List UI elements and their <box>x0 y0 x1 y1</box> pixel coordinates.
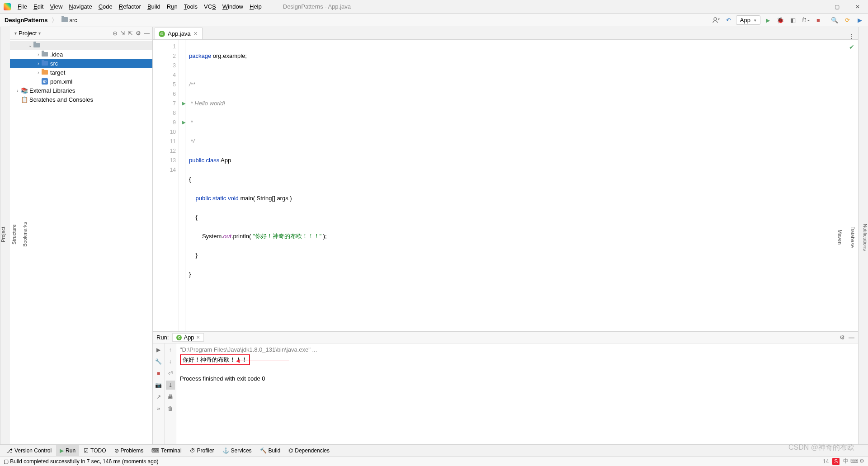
console-actions-column: ↑ ↓ ⏎ ⤓ 🖶 🗑 <box>165 344 176 444</box>
tree-external-libraries[interactable]: ›📚External Libraries <box>10 86 152 95</box>
menu-code[interactable]: Code <box>95 0 116 13</box>
status-bar: ▢ Build completed successfully in 7 sec,… <box>0 456 868 466</box>
status-extra: 中 ⌨ ⚙ <box>843 457 864 465</box>
project-panel: ▾ Project ▾ ⊕ ⇲ ⇱ ⚙ — ⌄ ›.idea ›src ›tar… <box>10 27 153 444</box>
menu-build[interactable]: Build <box>144 0 164 13</box>
stop-button[interactable]: ■ <box>813 15 824 26</box>
add-user-icon[interactable]: ▾ <box>711 15 722 26</box>
maximize-button[interactable]: ▢ <box>826 0 847 14</box>
fold-strip[interactable] <box>179 40 185 331</box>
project-tool-button[interactable]: Project <box>0 226 6 242</box>
tab-build[interactable]: 🔨Build <box>256 445 284 456</box>
project-tree[interactable]: ⌄ ›.idea ›src ›target mpom.xml ›📚Externa… <box>10 40 152 444</box>
tab-profiler[interactable]: ⏱Profiler <box>186 445 218 456</box>
code-area[interactable]: package org.example; /** * Hello world! … <box>185 40 858 331</box>
run-tool-window: Run: C App ✕ ⚙ — ▶ 🔧 ■ 📷 ↗ » <box>153 331 858 444</box>
tab-run[interactable]: ▶Run <box>56 445 79 456</box>
profile-button[interactable]: ⏱▾ <box>800 15 811 26</box>
menu-tools[interactable]: Tools <box>181 0 201 13</box>
panel-chevron-icon[interactable]: ▾ <box>14 31 17 36</box>
exit-icon[interactable]: ↗ <box>154 392 163 401</box>
dump-threads-icon[interactable]: 📷 <box>154 381 163 390</box>
chevron-right-icon: 〉 <box>52 16 57 24</box>
expand-all-icon[interactable]: ⇲ <box>120 30 125 37</box>
clear-icon[interactable]: 🗑 <box>166 404 175 413</box>
run-anything-icon[interactable]: ▶ <box>854 15 865 26</box>
tree-idea-folder[interactable]: ›.idea <box>10 50 152 59</box>
panel-hide-icon[interactable]: — <box>144 30 150 37</box>
run-config-tab[interactable]: C App ✕ <box>172 333 203 342</box>
back-arrow-icon[interactable]: ↶ <box>723 15 734 26</box>
tree-target-folder[interactable]: ›target <box>10 68 152 77</box>
tab-dependencies[interactable]: ⌬Dependencies <box>285 445 333 456</box>
down-arrow-icon[interactable]: ↓ <box>166 357 175 366</box>
tab-version-control[interactable]: ⎇Version Control <box>3 445 55 456</box>
tree-src-folder[interactable]: ›src <box>10 59 152 68</box>
menu-window[interactable]: Window <box>219 0 246 13</box>
tab-close-icon[interactable]: ✕ <box>193 31 198 37</box>
search-icon[interactable]: 🔍 <box>829 15 840 26</box>
close-icon[interactable]: ✕ <box>196 335 200 340</box>
menu-bar: File Edit View Navigate Code Refactor Bu… <box>0 0 868 14</box>
menu-run[interactable]: Run <box>164 0 181 13</box>
tab-services[interactable]: ⚓Services <box>219 445 255 456</box>
menu-view[interactable]: View <box>47 0 66 13</box>
menu-vcs[interactable]: VCS <box>201 0 219 13</box>
run-hide-icon[interactable]: — <box>849 334 854 341</box>
coverage-button[interactable]: ◧ <box>788 15 798 26</box>
debug-button[interactable]: 🐞 <box>775 15 786 26</box>
tree-project-root[interactable]: ⌄ <box>10 41 152 50</box>
panel-view-mode-chevron[interactable]: ▾ <box>38 31 41 36</box>
run-configuration-selector[interactable]: App <box>736 15 760 25</box>
breadcrumb[interactable]: DesignPatterns 〉 src <box>3 16 79 24</box>
run-settings-icon[interactable]: ⚙ <box>840 334 845 341</box>
run-actions-column: ▶ 🔧 ■ 📷 ↗ » <box>153 344 165 444</box>
run-button[interactable]: ▶ <box>762 15 773 26</box>
console-output[interactable]: "D:\Program Files\Java\jdk1.8.0_131\bin\… <box>176 344 858 444</box>
bookmarks-tool-button[interactable]: Bookmarks <box>22 222 28 247</box>
tab-todo[interactable]: ☑TODO <box>80 445 109 456</box>
menu-refactor[interactable]: Refactor <box>116 0 144 13</box>
menu-help[interactable]: Help <box>246 0 265 13</box>
class-icon: C <box>159 31 165 37</box>
more-icon[interactable]: » <box>154 404 163 413</box>
class-icon: C <box>176 335 182 340</box>
left-tool-stripe: Project Structure Bookmarks <box>0 27 10 444</box>
editor-body: 1 2 3 4 5 6 7▶ 8 9▶ 10 11 12 13 14 packa… <box>153 40 858 331</box>
tree-scratches[interactable]: 📋Scratches and Consoles <box>10 95 152 104</box>
tab-terminal[interactable]: ⌨Terminal <box>148 445 185 456</box>
console-exit-line: Process finished with exit code 0 <box>180 374 854 383</box>
panel-settings-icon[interactable]: ⚙ <box>136 30 141 37</box>
soft-wrap-icon[interactable]: ⏎ <box>166 369 175 378</box>
structure-tool-button[interactable]: Structure <box>11 224 17 245</box>
status-line-col[interactable]: 14 <box>823 458 829 465</box>
svg-point-0 <box>714 18 717 20</box>
select-opened-file-icon[interactable]: ⊕ <box>113 30 118 37</box>
breadcrumb-root[interactable]: DesignPatterns <box>3 16 49 24</box>
stop-icon[interactable]: ■ <box>154 369 163 378</box>
menu-navigate[interactable]: Navigate <box>66 0 95 13</box>
editor-tabs-settings-icon[interactable]: ⋮ <box>849 33 854 39</box>
update-icon[interactable]: ⟳ <box>842 15 853 26</box>
scroll-to-end-icon[interactable]: ⤓ <box>166 381 175 390</box>
close-button[interactable]: ✕ <box>847 0 868 14</box>
notifications-tool-button[interactable]: Notifications <box>863 224 868 251</box>
print-icon[interactable]: 🖶 <box>166 392 175 401</box>
tree-pom-file[interactable]: mpom.xml <box>10 77 152 86</box>
editor-tab-appjava[interactable]: C App.java ✕ <box>155 28 203 39</box>
analysis-ok-icon[interactable]: ✔ <box>849 42 854 52</box>
editor-gutter[interactable]: 1 2 3 4 5 6 7▶ 8 9▶ 10 11 12 13 14 <box>153 40 179 331</box>
rerun-icon[interactable]: ▶ <box>154 345 163 354</box>
up-arrow-icon[interactable]: ↑ <box>166 345 175 354</box>
minimize-button[interactable]: ─ <box>806 0 826 14</box>
annotation-arrow <box>289 356 339 365</box>
editor-tabs: C App.java ✕ ⋮ <box>153 27 858 40</box>
menu-file[interactable]: File <box>14 0 30 13</box>
menu-edit[interactable]: Edit <box>30 0 47 13</box>
status-build-icon: ▢ <box>4 458 9 465</box>
attach-debugger-icon[interactable]: 🔧 <box>154 357 163 366</box>
bottom-tool-tabs: ⎇Version Control ▶Run ☑TODO ⊘Problems ⌨T… <box>0 444 868 456</box>
breadcrumb-folder[interactable]: src <box>60 16 79 24</box>
collapse-all-icon[interactable]: ⇱ <box>128 30 133 37</box>
tab-problems[interactable]: ⊘Problems <box>111 445 147 456</box>
